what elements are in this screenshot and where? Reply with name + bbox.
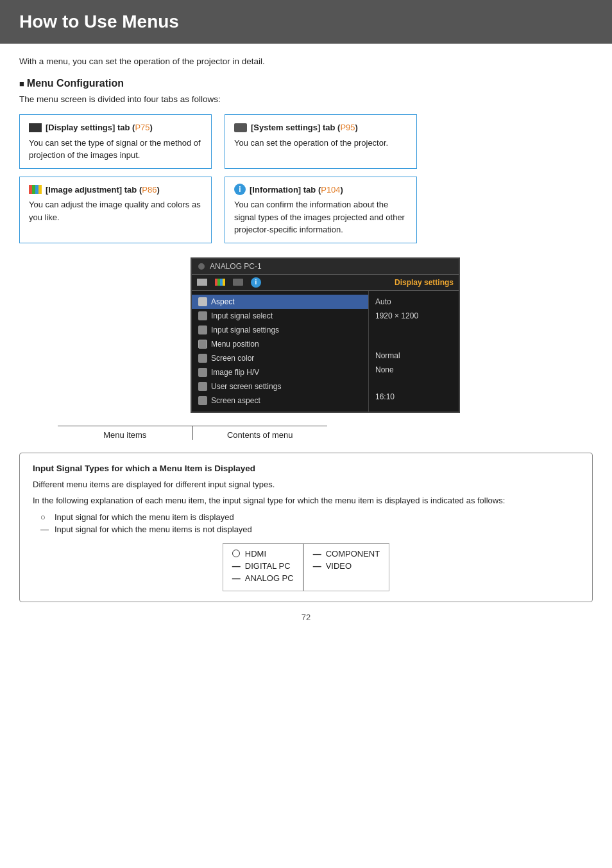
- tab-system-desc: You can set the operation of the project…: [234, 137, 407, 150]
- menu-item-menu-position: Menu position: [192, 337, 368, 351]
- signal-dash-video: —: [313, 561, 321, 571]
- info-list: ○ Input signal for which the menu item i…: [40, 512, 579, 534]
- tab-display-link[interactable]: P75: [135, 123, 149, 132]
- tab-box-system: [System settings] tab (P95) You can set …: [225, 114, 417, 169]
- page-header: How to Use Menus: [0, 0, 612, 44]
- menu-active-section: Display settings: [395, 278, 454, 287]
- signal-dash-digitalpc: —: [232, 561, 240, 571]
- info-box-line1: Different menu items are displayed for d…: [33, 478, 579, 491]
- info-list-text-dash: Input signal for which the menu items is…: [55, 525, 252, 534]
- menu-item-icon-mp: [198, 340, 207, 349]
- menu-item-label-sa: Screen aspect: [211, 396, 260, 405]
- menu-value-sc: Normal: [375, 349, 452, 363]
- menu-item-icon-us: [198, 382, 207, 391]
- tab-box-display: [Display settings] tab (P75) You can set…: [19, 114, 212, 169]
- menu-mockup-container: ANALOG PC-1 i Display settings Aspect: [58, 257, 593, 413]
- tab-display-title: [Display settings] tab (P75): [29, 121, 202, 134]
- menu-item-icon-aspect: [198, 297, 207, 306]
- tab-info-link[interactable]: P104: [321, 185, 340, 195]
- annotation-box: Menu items Contents of menu: [58, 426, 327, 440]
- menu-item-icon-iss2: [198, 326, 207, 334]
- menu-tab-icon-system: [233, 279, 243, 286]
- menu-left: Aspect Input signal select Input signal …: [192, 291, 369, 412]
- tab-box-info: i [Information] tab (P104) You can confi…: [225, 177, 417, 243]
- signal-diagram: HDMI — DIGITAL PC — ANALOG PC — COMPONEN…: [33, 543, 579, 591]
- system-icon: [234, 123, 247, 132]
- section-title: Menu Configuration: [19, 78, 593, 89]
- signal-label-analogpc: ANALOG PC: [245, 573, 294, 583]
- tab-image-desc: You can adjust the image quality and col…: [29, 198, 202, 223]
- menu-header-label: ANALOG PC-1: [210, 262, 262, 271]
- info-box-line2: In the following explanation of each men…: [33, 494, 579, 507]
- menu-items-area: Aspect Input signal select Input signal …: [192, 291, 459, 412]
- tab-info-desc: You can confirm the information about th…: [234, 198, 407, 236]
- info-list-item-circle: ○ Input signal for which the menu item i…: [40, 512, 579, 522]
- tab-display-desc: You can set the type of signal or the me…: [29, 137, 202, 162]
- signal-row-digitalpc: — DIGITAL PC: [232, 561, 294, 571]
- signal-label-video: VIDEO: [326, 561, 352, 571]
- menu-item-input-signal-settings: Input signal settings: [192, 323, 368, 337]
- tabs-row-top: [Display settings] tab (P75) You can set…: [19, 114, 593, 169]
- menu-item-screen-color: Screen color: [192, 351, 368, 365]
- tab-system-label: [System settings] tab (P95): [251, 121, 358, 134]
- menu-mockup: ANALOG PC-1 i Display settings Aspect: [191, 257, 460, 413]
- tabs-row-bottom: [Image adjustment] tab (P86) You can adj…: [19, 177, 593, 243]
- tab-info-title: i [Information] tab (P104): [234, 184, 407, 196]
- signal-row-component: — COMPONENT: [313, 549, 380, 559]
- menu-value-sa: 16:10: [375, 390, 452, 404]
- tab-image-link[interactable]: P86: [142, 185, 157, 195]
- annotation-row: Menu items Contents of menu: [58, 426, 327, 440]
- menu-value-us: [375, 377, 452, 390]
- page-body: With a menu, you can set the operation o…: [0, 56, 612, 641]
- page-number: 72: [19, 612, 593, 622]
- tab-system-title: [System settings] tab (P95): [234, 121, 407, 134]
- menu-header: ANALOG PC-1: [192, 259, 459, 275]
- bullet-dash: —: [40, 525, 49, 534]
- signal-col-left: HDMI — DIGITAL PC — ANALOG PC: [223, 543, 303, 591]
- menu-item-icon-sc: [198, 354, 207, 363]
- menu-config-desc: The menu screen is divided into four tab…: [19, 94, 593, 104]
- menu-item-input-signal-select: Input signal select: [192, 309, 368, 323]
- signal-label-digitalpc: DIGITAL PC: [245, 561, 291, 571]
- menu-item-label-iss2: Input signal settings: [211, 326, 279, 334]
- annotation-contents-of-menu: Contents of menu: [193, 426, 328, 440]
- menu-value-isr: 1920 × 1200: [375, 309, 452, 323]
- tab-info-label: [Information] tab (P104): [250, 184, 343, 196]
- intro-text: With a menu, you can set the operation o…: [19, 56, 593, 66]
- menu-item-aspect: Aspect: [192, 295, 368, 309]
- menu-item-label-mp: Menu position: [211, 340, 259, 349]
- image-icon: [29, 185, 42, 194]
- tabs-diagram: [Display settings] tab (P75) You can set…: [19, 114, 593, 251]
- signal-row-analogpc: — ANALOG PC: [232, 573, 294, 583]
- signal-row-video: — VIDEO: [313, 561, 380, 571]
- signal-label-component: COMPONENT: [326, 549, 380, 559]
- menu-tab-icon-image: [215, 279, 225, 286]
- menu-tab-icon-info: i: [251, 277, 261, 288]
- menu-item-label-sc: Screen color: [211, 354, 254, 363]
- menu-item-label-iss: Input signal select: [211, 311, 273, 320]
- signal-row-hdmi: HDMI: [232, 549, 294, 559]
- signal-col-right: — COMPONENT — VIDEO: [303, 543, 390, 591]
- page-title: How to Use Menus: [19, 12, 593, 32]
- menu-tabs-bar: i Display settings: [192, 275, 459, 291]
- signal-label-hdmi: HDMI: [245, 549, 266, 559]
- tab-box-image: [Image adjustment] tab (P86) You can adj…: [19, 177, 212, 243]
- tab-system-link[interactable]: P95: [340, 123, 355, 132]
- menu-item-label-if: Image flip H/V: [211, 368, 259, 377]
- menu-value-iss: [375, 323, 452, 336]
- signal-circle-hdmi: [232, 550, 240, 557]
- menu-item-image-flip: Image flip H/V: [192, 365, 368, 379]
- signal-dash-component: —: [313, 549, 321, 559]
- menu-item-icon-sa: [198, 396, 207, 405]
- tab-image-label: [Image adjustment] tab (P86): [46, 184, 160, 196]
- menu-item-label-aspect: Aspect: [211, 297, 235, 306]
- menu-item-label-us: User screen settings: [211, 382, 281, 391]
- bullet-circle: ○: [40, 512, 49, 522]
- menu-item-screen-aspect: Screen aspect: [192, 394, 368, 408]
- info-box-title: Input Signal Types for which a Menu Item…: [33, 464, 579, 473]
- menu-value-if: None: [375, 363, 452, 377]
- info-box: Input Signal Types for which a Menu Item…: [19, 453, 593, 602]
- menu-header-dot: [198, 263, 205, 270]
- tab-display-label: [Display settings] tab (P75): [46, 121, 153, 134]
- menu-right: Auto 1920 × 1200 Normal None 16:10: [369, 291, 459, 412]
